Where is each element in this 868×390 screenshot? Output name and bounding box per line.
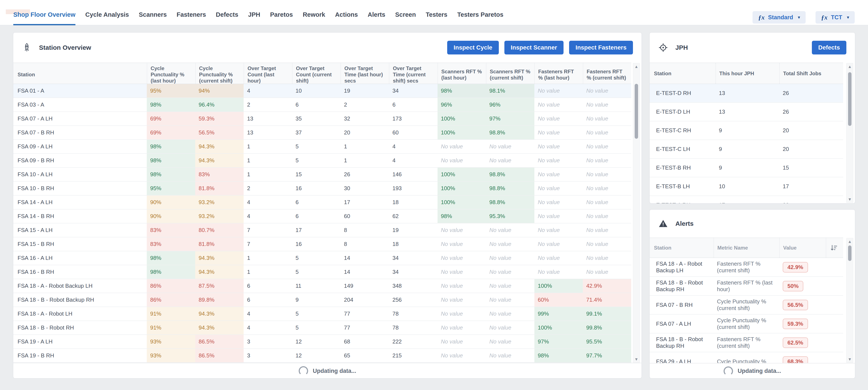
table-row-e-test-b-lh[interactable]: E-TEST-B LH1017 [650, 177, 843, 196]
value-cell-6: No value [437, 223, 486, 237]
table-row-fsa-01-a[interactable]: FSA 01 - A95%94%410193498%98.1%No valueN… [13, 84, 631, 98]
value-cell-0: 83% [147, 237, 195, 251]
defects-button[interactable]: Defects [812, 41, 846, 55]
table-row-fsa-18-b-robot-rh[interactable]: FSA 18 - B - Robot RH91%94.3%457778No va… [13, 321, 631, 335]
inspect-fasteners-button[interactable]: Inspect Fasteners [569, 41, 633, 55]
value-cell-2: 4 [244, 196, 292, 209]
table-row-e-test-d-lh[interactable]: E-TEST-D LH1326 [650, 103, 843, 121]
tab-scanners[interactable]: Scanners [139, 0, 167, 25]
scrollbar-thumb[interactable] [635, 84, 638, 139]
table-row-fsa-19-a-lh[interactable]: FSA 19 - A LH93%86.5%31268222No valueNo … [13, 335, 631, 349]
tab-actions[interactable]: Actions [335, 0, 358, 25]
alert-row-fsa-07-a-lh[interactable]: FSA 07 - A LHCycle Punctuality % (curren… [650, 314, 843, 333]
tab-defects[interactable]: Defects [216, 0, 238, 25]
alerts-table-scrollbar[interactable]: ▲ ▼ [846, 238, 853, 363]
alert-row-fsa-18-a-robot-backup-lh[interactable]: FSA 18 - A - Robot Backup LHFasteners RF… [650, 258, 843, 277]
value-cell-1: 96.4% [195, 98, 244, 112]
table-row-fsa-09-a-lh[interactable]: FSA 09 - A LH98%94.3%1514No valueNo valu… [13, 140, 631, 154]
value-cell-5: 18 [389, 237, 437, 251]
value-cell-6: 100% [437, 126, 486, 139]
value-cell-8: No value [534, 168, 583, 181]
value-cell-9: No value [583, 112, 631, 125]
scroll-down-icon[interactable]: ▼ [846, 197, 853, 201]
table-row-e-test-c-lh[interactable]: E-TEST-C LH920 [650, 140, 843, 159]
table-row-fsa-14-a-lh[interactable]: FSA 14 - A LH90%93.2%461718100%98.8%No v… [13, 196, 631, 209]
table-row-fsa-07-b-rh[interactable]: FSA 07 - B RH69%56.5%13372060100%98.8%No… [13, 126, 631, 140]
value-cell-0: 98% [147, 265, 195, 279]
alert-row-fsa-18-b-robot-backup-rh[interactable]: FSA 18 - B - Robot Backup RHFasteners RF… [650, 333, 843, 352]
scroll-down-icon[interactable]: ▼ [846, 357, 853, 361]
tab-cycle-analysis[interactable]: Cycle Analysis [85, 0, 129, 25]
table-row-fsa-19-b-rh[interactable]: FSA 19 - B RH93%86.5%31265215No valueNo … [13, 349, 631, 363]
table-row-fsa-15-a-lh[interactable]: FSA 15 - A LH83%80.7%717819No valueNo va… [13, 223, 631, 237]
table-row-fsa-10-a-lh[interactable]: FSA 10 - A LH98%83%11526146100%98.8%No v… [13, 168, 631, 182]
column-header-total-shift-jobs: Total Shift Jobs [779, 63, 843, 84]
scrollbar-thumb[interactable] [848, 72, 851, 126]
inspect-scanner-button[interactable]: Inspect Scanner [504, 41, 563, 55]
value-cell-3: 5 [292, 321, 340, 334]
table-row-fsa-16-b-rh[interactable]: FSA 16 - B RH98%94.3%151434No valueNo va… [13, 265, 631, 279]
scroll-up-icon[interactable]: ▲ [846, 239, 853, 244]
sort-descending-icon[interactable] [826, 238, 843, 258]
scroll-down-icon[interactable]: ▼ [633, 357, 640, 361]
alert-row-fsa-07-b-rh[interactable]: FSA 07 - B RHCycle Punctuality % (curren… [650, 296, 843, 314]
value-cell-2: 4 [244, 84, 292, 97]
table-row-fsa-09-b-rh[interactable]: FSA 09 - B RH98%94.3%1514No valueNo valu… [13, 154, 631, 168]
value-cell-4: 8 [340, 223, 389, 237]
table-row-fsa-03-a[interactable]: FSA 03 - A98%96.4%262696%96%No valueNo v… [13, 98, 631, 112]
station-table-scrollbar[interactable]: ▲ ▼ [633, 63, 640, 363]
tab-jph[interactable]: JPH [248, 0, 260, 25]
table-row-fsa-10-b-rh[interactable]: FSA 10 - B RH95%81.8%21630193100%98.8%No… [13, 182, 631, 196]
value-cell-8: 60% [534, 293, 583, 307]
station-cell: E-TEST-D RH [650, 84, 715, 102]
tab-alerts[interactable]: Alerts [368, 0, 385, 25]
tab-screen[interactable]: Screen [395, 0, 416, 25]
value-cell-1: 80.7% [195, 223, 244, 237]
station-cell: FSA 10 - A LH [13, 168, 147, 181]
table-row-e-test-d-rh[interactable]: E-TEST-D RH1326 [650, 84, 843, 103]
formula-selector-tct[interactable]: ƒx TCT ▾ [815, 11, 855, 24]
alerts-header: Alerts [650, 210, 855, 238]
value-cell-3: 10 [292, 84, 340, 97]
station-cell: FSA 18 - A - Robot LH [13, 307, 147, 321]
table-row-fsa-15-b-rh[interactable]: FSA 15 - B RH83%81.8%716818No valueNo va… [13, 237, 631, 251]
inspect-cycle-button[interactable]: Inspect Cycle [447, 41, 499, 55]
tab-fasteners[interactable]: Fasteners [177, 0, 206, 25]
value-cell-9: No value [583, 168, 631, 181]
target-icon [658, 43, 668, 53]
value-cell-4: 1 [340, 140, 389, 153]
tab-testers-paretos[interactable]: Testers Paretos [457, 0, 503, 25]
alert-row-fsa-29-a-lh[interactable]: FSA 29 - A LHCycle Punctuality %68.3% [650, 352, 843, 363]
table-row-fsa-18-a-robot-lh[interactable]: FSA 18 - A - Robot LH91%94.3%457778No va… [13, 307, 631, 321]
value-cell-4: 8 [340, 237, 389, 251]
formula-selector-standard[interactable]: ƒx Standard ▾ [752, 11, 806, 24]
table-row-fsa-18-a-robot-backup-lh[interactable]: FSA 18 - A - Robot Backup LH86%87.5%6111… [13, 279, 631, 293]
tab-paretos[interactable]: Paretos [270, 0, 293, 25]
scrollbar-thumb[interactable] [848, 245, 851, 261]
alert-row-fsa-18-b-robot-backup-rh[interactable]: FSA 18 - B - Robot Backup RHFasteners RF… [650, 277, 843, 296]
table-row-fsa-16-a-lh[interactable]: FSA 16 - A LH98%94.3%151434No valueNo va… [13, 251, 631, 265]
jph-table-scrollbar[interactable]: ▲ ▼ [846, 63, 853, 203]
row-spacer-cell [826, 277, 843, 295]
station-cell: FSA 18 - A - Robot Backup LH [650, 258, 714, 276]
scroll-up-icon[interactable]: ▲ [633, 64, 640, 69]
table-row-e-test-c-rh[interactable]: E-TEST-C RH920 [650, 121, 843, 140]
table-row-fsa-18-b-robot-backup-rh[interactable]: FSA 18 - B - Robot Backup RH86%89.8%6920… [13, 293, 631, 307]
tab-shop-floor-overview[interactable]: Shop Floor Overview [13, 0, 75, 25]
row-spacer-cell [826, 258, 843, 276]
tab-testers[interactable]: Testers [426, 0, 447, 25]
tab-rework[interactable]: Rework [303, 0, 325, 25]
table-row-fsa-07-a-lh[interactable]: FSA 07 - A LH69%59.3%133532173100%97%No … [13, 112, 631, 126]
jph-table-header: StationThis hour JPHTotal Shift Jobs [650, 63, 843, 84]
table-row-e-test-b-rh[interactable]: E-TEST-B RH915 [650, 159, 843, 177]
table-row-e-test-a-rh[interactable]: E-TEST-A RH1728 [650, 196, 843, 204]
scroll-up-icon[interactable]: ▲ [846, 64, 853, 69]
table-row-fsa-14-b-rh[interactable]: FSA 14 - B RH90%93.2%46606298%95.3%No va… [13, 209, 631, 223]
value-cell-9: No value [583, 182, 631, 195]
value-cell-4: 30 [340, 182, 389, 195]
value-cell-3: 5 [292, 154, 340, 167]
value-cell-0: 86% [147, 293, 195, 307]
value-cell-3: 6 [292, 98, 340, 112]
station-cell: FSA 07 - A LH [650, 314, 714, 333]
value-cell-7: No value [486, 307, 534, 321]
